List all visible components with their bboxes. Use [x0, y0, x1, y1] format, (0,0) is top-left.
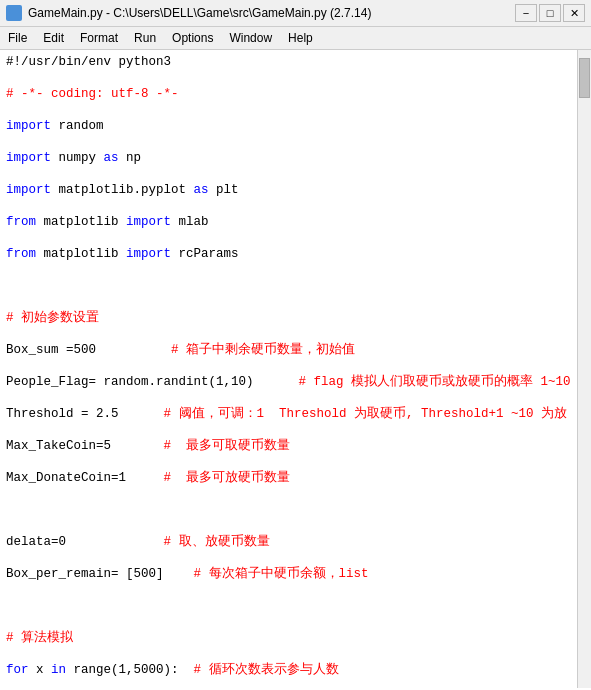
close-button[interactable]: ✕: [563, 4, 585, 22]
menu-bar: File Edit Format Run Options Window Help: [0, 27, 591, 50]
menu-file[interactable]: File: [0, 29, 35, 47]
menu-window[interactable]: Window: [221, 29, 280, 47]
scrollbar-thumb[interactable]: [579, 58, 590, 98]
window-title: GameMain.py - C:\Users\DELL\Game\src\Gam…: [28, 6, 371, 20]
code-editor[interactable]: #!/usr/bin/env python3 # -*- coding: utf…: [0, 50, 577, 688]
title-bar: GameMain.py - C:\Users\DELL\Game\src\Gam…: [0, 0, 591, 27]
menu-edit[interactable]: Edit: [35, 29, 72, 47]
app-icon: [6, 5, 22, 21]
maximize-button[interactable]: □: [539, 4, 561, 22]
menu-format[interactable]: Format: [72, 29, 126, 47]
minimize-button[interactable]: −: [515, 4, 537, 22]
menu-run[interactable]: Run: [126, 29, 164, 47]
menu-options[interactable]: Options: [164, 29, 221, 47]
menu-help[interactable]: Help: [280, 29, 321, 47]
scrollbar[interactable]: [577, 50, 591, 688]
